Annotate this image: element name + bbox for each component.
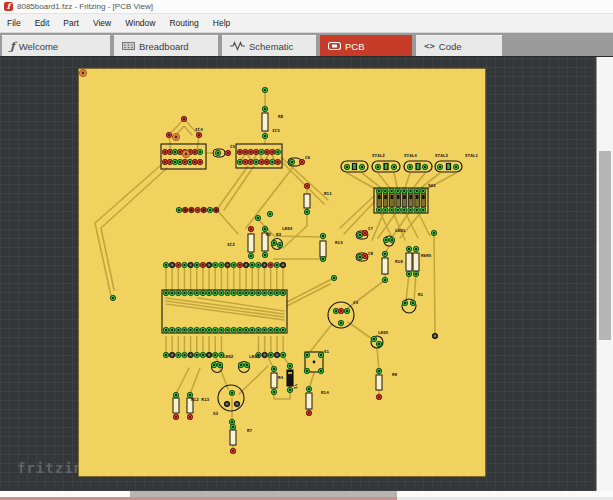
title-bar: f 8085board1.fzz - Fritzing - [PCB View] <box>0 0 613 14</box>
svg-text:S3: S3 <box>213 411 219 416</box>
breadboard-icon <box>122 41 135 51</box>
code-icon: <> <box>424 41 435 51</box>
svg-text:S1: S1 <box>324 349 330 354</box>
svg-text:Y1: Y1 <box>293 384 298 390</box>
svg-text:LED2: LED2 <box>223 354 234 359</box>
fritzing-app-icon: f <box>4 2 13 11</box>
svg-text:R12 R13: R12 R13 <box>191 397 210 402</box>
svg-text:R2: R2 <box>266 232 272 237</box>
vertical-scrollbar-thumb[interactable] <box>599 151 611 340</box>
menu-view[interactable]: View <box>86 14 118 32</box>
pcb-canvas[interactable]: fritzing_ IC4R8IC5C5C6XTAL2XTAL4XTAL3XTA… <box>0 57 596 491</box>
menu-help[interactable]: Help <box>206 14 237 32</box>
svg-text:XTAL4: XTAL4 <box>404 153 417 158</box>
tab-label: Breadboard <box>139 41 189 52</box>
vertical-scrollbar[interactable] <box>596 57 613 491</box>
svg-text:R7: R7 <box>247 428 253 433</box>
svg-text:IC4: IC4 <box>195 127 203 132</box>
svg-text:R10: R10 <box>395 259 403 264</box>
tab-code[interactable]: <>Code <box>416 35 502 56</box>
tab-label: PCB <box>345 41 365 52</box>
svg-text:C6: C6 <box>305 155 311 160</box>
svg-text:SW1: SW1 <box>428 183 436 188</box>
svg-text:LED3: LED3 <box>249 354 260 359</box>
menu-part[interactable]: Part <box>56 14 86 32</box>
pcb-icon <box>328 41 341 51</box>
svg-text:R11: R11 <box>324 191 332 196</box>
svg-text:C8: C8 <box>368 251 374 256</box>
menu-window[interactable]: Window <box>118 14 162 32</box>
svg-text:R15: R15 <box>335 240 343 245</box>
svg-text:R9: R9 <box>392 372 398 377</box>
svg-text:R8: R8 <box>278 114 284 119</box>
svg-text:XTAL1: XTAL1 <box>465 153 478 158</box>
svg-text:IC2: IC2 <box>227 242 235 247</box>
svg-text:C4: C4 <box>353 300 359 305</box>
window-title: 8085board1.fzz - Fritzing - [PCB View] <box>17 2 153 11</box>
menu-file[interactable]: File <box>0 14 28 32</box>
tab-welcome[interactable]: ƒWelcome <box>2 35 110 56</box>
svg-text:R6R5: R6R5 <box>421 253 432 258</box>
pcb-board-svg: IC4R8IC5C5C6XTAL2XTAL4XTAL3XTAL1SW1R11LE… <box>78 68 486 477</box>
tab-breadboard[interactable]: Breadboard <box>114 35 218 56</box>
tab-pcb[interactable]: PCB <box>320 35 412 56</box>
menu-bar: FileEditPartViewWindowRoutingHelp <box>0 14 613 33</box>
svg-text:LED4: LED4 <box>282 226 293 231</box>
tab-schematic[interactable]: Schematic <box>222 35 316 56</box>
svg-text:XTAL2: XTAL2 <box>372 153 385 158</box>
svg-text:R1: R1 <box>418 292 424 297</box>
tab-label: Welcome <box>19 41 58 52</box>
schematic-icon <box>230 41 245 51</box>
svg-text:C7: C7 <box>368 226 374 231</box>
svg-text:LED1: LED1 <box>395 228 406 233</box>
fritzing-f-icon: ƒ <box>10 40 15 53</box>
svg-text:IC5: IC5 <box>272 128 280 133</box>
svg-text:XTAL3: XTAL3 <box>435 153 448 158</box>
svg-text:R14: R14 <box>321 390 329 395</box>
svg-text:LED5: LED5 <box>378 330 389 335</box>
menu-routing[interactable]: Routing <box>162 14 205 32</box>
tab-label: Code <box>439 41 462 52</box>
svg-text:R3: R3 <box>276 232 282 237</box>
tab-label: Schematic <box>249 41 293 52</box>
svg-text:C5: C5 <box>230 144 236 149</box>
menu-edit[interactable]: Edit <box>28 14 57 32</box>
view-tab-bar: ƒWelcomeBreadboardSchematicPCB<>Code <box>0 33 613 57</box>
svg-text:R4: R4 <box>278 375 284 380</box>
